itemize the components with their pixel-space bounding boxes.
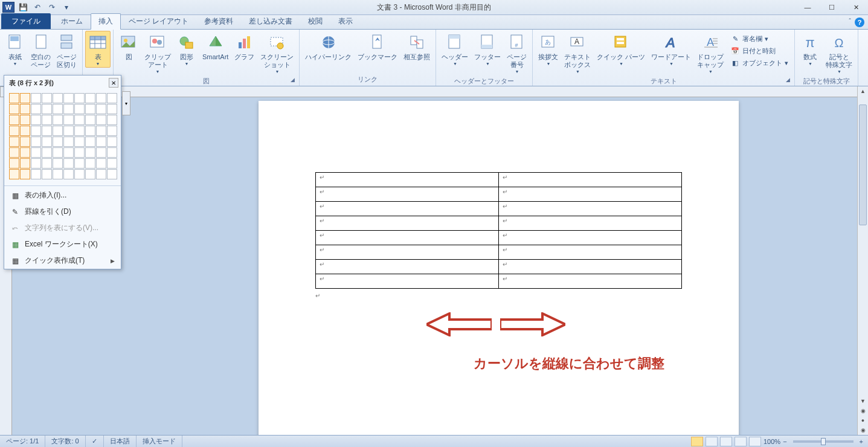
- pageno-button[interactable]: #ページ 番号▼: [504, 31, 530, 76]
- dropcap-button[interactable]: Aドロップ キャップ▼: [694, 31, 727, 76]
- grid-cell[interactable]: [63, 93, 74, 103]
- grid-cell[interactable]: [20, 147, 30, 158]
- scroll-down-icon[interactable]: ▼: [858, 396, 868, 406]
- grid-cell[interactable]: [20, 115, 30, 125]
- grid-cell[interactable]: [96, 115, 106, 125]
- page-break-button[interactable]: ページ 区切り: [54, 31, 80, 71]
- grid-cell[interactable]: [74, 158, 85, 169]
- grid-cell[interactable]: [107, 169, 117, 179]
- save-icon[interactable]: 💾: [17, 1, 29, 13]
- view-outline-button[interactable]: [735, 437, 747, 446]
- table-cell[interactable]: ↵: [499, 231, 682, 245]
- grid-cell[interactable]: [85, 137, 95, 147]
- tab-references[interactable]: 参考資料: [196, 13, 241, 29]
- grid-cell[interactable]: [31, 169, 41, 179]
- cover-page-button[interactable]: 表紙▼: [2, 31, 28, 68]
- grid-cell[interactable]: [96, 147, 106, 158]
- excel-sheet-menu-item[interactable]: ▦Excel ワークシート(X): [4, 236, 121, 252]
- vertical-scrollbar[interactable]: ▲ ▼ ◉ ● ◉: [857, 86, 868, 435]
- table-cell[interactable]: ↵: [499, 274, 682, 289]
- grid-cell[interactable]: [31, 104, 41, 114]
- minimize-button[interactable]: —: [796, 0, 820, 15]
- grid-cell[interactable]: [42, 147, 52, 158]
- grid-cell[interactable]: [74, 104, 85, 114]
- zoom-out-button[interactable]: −: [783, 438, 786, 445]
- zoom-slider[interactable]: [793, 440, 854, 443]
- grid-cell[interactable]: [63, 104, 74, 114]
- grid-cell[interactable]: [31, 158, 41, 169]
- grid-cell[interactable]: [9, 104, 19, 114]
- grid-cell[interactable]: [53, 115, 63, 125]
- tab-mailings[interactable]: 差し込み文書: [241, 13, 300, 29]
- grid-cell[interactable]: [9, 126, 19, 136]
- textbox-button[interactable]: Aテキスト ボックス▼: [561, 31, 594, 76]
- grid-cell[interactable]: [42, 115, 52, 125]
- blank-page-button[interactable]: 空白の ページ: [28, 31, 54, 71]
- shapes-button[interactable]: 図形▼: [174, 31, 199, 68]
- table-cell[interactable]: ↵: [499, 260, 682, 274]
- view-fullscreen-button[interactable]: [706, 437, 718, 446]
- table-cell[interactable]: ↵: [499, 216, 682, 231]
- chart-button[interactable]: グラフ: [231, 31, 257, 63]
- grid-cell[interactable]: [85, 115, 95, 125]
- grid-cell[interactable]: [85, 147, 95, 158]
- insert-table-menu-item[interactable]: ▦表の挿入(I)...: [4, 187, 121, 204]
- view-web-button[interactable]: [720, 437, 732, 446]
- grid-cell[interactable]: [96, 104, 106, 114]
- dialog-launcher-icon[interactable]: ◢: [786, 77, 793, 84]
- grid-cell[interactable]: [96, 126, 106, 136]
- grid-cell[interactable]: [74, 115, 85, 125]
- table-size-grid[interactable]: [4, 91, 121, 184]
- grid-cell[interactable]: [20, 126, 30, 136]
- grid-cell[interactable]: [20, 137, 30, 147]
- grid-cell[interactable]: [53, 169, 63, 179]
- scroll-thumb[interactable]: [859, 105, 867, 225]
- maximize-button[interactable]: ☐: [820, 0, 844, 15]
- grid-cell[interactable]: [107, 158, 117, 169]
- grid-cell[interactable]: [31, 147, 41, 158]
- grid-cell[interactable]: [96, 169, 106, 179]
- grid-cell[interactable]: [9, 137, 19, 147]
- grid-cell[interactable]: [20, 169, 30, 179]
- grid-cell[interactable]: [42, 158, 52, 169]
- grid-cell[interactable]: [20, 158, 30, 169]
- grid-cell[interactable]: [107, 147, 117, 158]
- grid-cell[interactable]: [63, 137, 74, 147]
- grid-cell[interactable]: [53, 137, 63, 147]
- status-proofing[interactable]: ✓: [86, 436, 104, 447]
- tab-file[interactable]: ファイル: [1, 13, 51, 29]
- table-cell[interactable]: ↵: [316, 231, 499, 245]
- view-print-layout-button[interactable]: [691, 437, 703, 446]
- grid-cell[interactable]: [42, 104, 52, 114]
- grid-cell[interactable]: [107, 126, 117, 136]
- grid-cell[interactable]: [74, 137, 85, 147]
- table-cell[interactable]: ↵: [316, 187, 499, 202]
- clipart-button[interactable]: クリップ アート▼: [141, 31, 174, 76]
- tab-view[interactable]: 表示: [330, 13, 361, 29]
- status-language[interactable]: 日本語: [104, 436, 137, 447]
- object-button[interactable]: ◧オブジェクト ▾: [729, 57, 789, 68]
- grid-cell[interactable]: [74, 147, 85, 158]
- hyperlink-button[interactable]: ハイパーリンク: [302, 31, 355, 63]
- header-button[interactable]: ヘッダー▼: [439, 31, 471, 68]
- grid-cell[interactable]: [74, 126, 85, 136]
- table-cell[interactable]: ↵: [499, 245, 682, 260]
- grid-cell[interactable]: [9, 147, 19, 158]
- grid-cell[interactable]: [9, 115, 19, 125]
- wordart-button[interactable]: Aワードアート▼: [648, 31, 694, 68]
- next-page-icon[interactable]: ◉: [858, 425, 868, 435]
- grid-cell[interactable]: [85, 93, 95, 103]
- grid-cell[interactable]: [107, 104, 117, 114]
- bookmark-button[interactable]: ブックマーク: [355, 31, 400, 63]
- help-icon[interactable]: ?: [855, 18, 864, 27]
- grid-cell[interactable]: [53, 104, 63, 114]
- zoom-slider-knob[interactable]: [821, 438, 826, 445]
- table-cell[interactable]: ↵: [316, 216, 499, 231]
- style-toggle-button[interactable]: ▾: [122, 91, 130, 115]
- grid-cell[interactable]: [31, 126, 41, 136]
- datetime-button[interactable]: 📅日付と時刻: [729, 45, 789, 56]
- table-cell[interactable]: ↵: [316, 202, 499, 216]
- grid-cell[interactable]: [53, 147, 63, 158]
- draw-table-menu-item[interactable]: ✎罫線を引く(D): [4, 204, 121, 220]
- picture-button[interactable]: 図: [116, 31, 141, 63]
